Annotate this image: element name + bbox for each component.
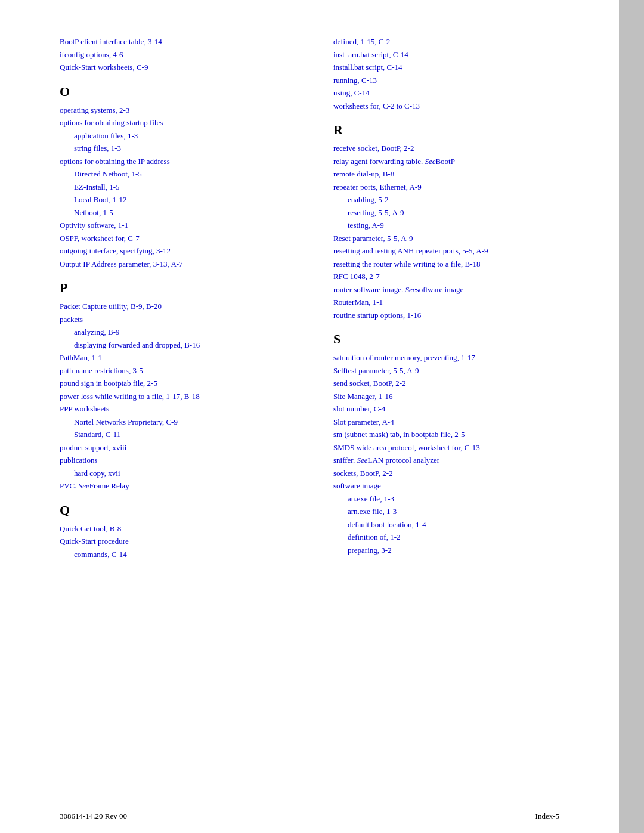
index-entry: Site Manager, 1-16: [333, 391, 571, 402]
index-entry: SMDS wide area protocol, worksheet for, …: [333, 442, 571, 454]
index-entry: Packet Capture utility, B-9, B-20: [60, 301, 298, 312]
footer-left: 308614-14.20 Rev 00: [60, 812, 127, 821]
index-entry: sm (subnet mask) tab, in bootptab file, …: [333, 429, 571, 441]
section-letter-Q: Q: [60, 503, 298, 518]
index-entry: Local Boot, 1-12: [60, 194, 298, 206]
index-entry: using, C-14: [333, 87, 571, 99]
index-entry: hard copy, xvii: [60, 467, 298, 479]
index-entry: Slot parameter, A-4: [333, 416, 571, 428]
index-entry: Optivity software, 1-1: [60, 219, 298, 231]
left-column: BootP client interface table, 3-14ifconf…: [60, 36, 321, 770]
index-entry: OSPF, worksheet for, C-7: [60, 233, 298, 244]
index-entry: displaying forwarded and dropped, B-16: [60, 339, 298, 351]
index-entry: pound sign in bootptab file, 2-5: [60, 377, 298, 389]
index-entry: worksheets for, C-2 to C-13: [333, 100, 571, 112]
index-entry: ifconfig options, 4-6: [60, 49, 298, 61]
right-top-entries: defined, 1-15, C-2inst_arn.bat script, C…: [333, 36, 571, 112]
index-entry: application files, 1-3: [60, 130, 298, 142]
index-entry: string files, 1-3: [60, 143, 298, 154]
section-letter-S: S: [333, 332, 571, 347]
section-letter-R: R: [333, 122, 571, 138]
index-entry: resetting, 5-5, A-9: [333, 207, 571, 219]
index-entry: RFC 1048, 2-7: [333, 271, 571, 283]
index-entry: BootP client interface table, 3-14: [60, 36, 298, 48]
left-sections: Ooperating systems, 2-3options for obtai…: [60, 84, 298, 561]
index-entry: Output IP Address parameter, 3-13, A-7: [60, 258, 298, 270]
index-entry: path-name restrictions, 3-5: [60, 365, 298, 377]
index-entry: RouterMan, 1-1: [333, 296, 571, 308]
index-entry: defined, 1-15, C-2: [333, 36, 571, 48]
index-entry: preparing, 3-2: [333, 544, 571, 556]
index-entry: Quick Get tool, B-8: [60, 523, 298, 535]
index-entry: options for obtaining the IP address: [60, 156, 298, 168]
index-entry: arn.exe file, 1-3: [333, 506, 571, 518]
index-entry: saturation of router memory, preventing,…: [333, 352, 571, 364]
index-entry: Reset parameter, 5-5, A-9: [333, 233, 571, 244]
index-entry: default boot location, 1-4: [333, 519, 571, 531]
index-entry: sockets, BootP, 2-2: [333, 467, 571, 479]
index-entry: EZ-Install, 1-5: [60, 181, 298, 193]
index-entry: routine startup options, 1-16: [333, 309, 571, 321]
index-entry: PVC. SeeFrame Relay: [60, 480, 298, 492]
index-entry: inst_arn.bat script, C-14: [333, 49, 571, 61]
index-entry: packets: [60, 314, 298, 326]
index-entry: slot number, C-4: [333, 403, 571, 415]
index-entry: an.exe file, 1-3: [333, 493, 571, 505]
right-column: defined, 1-15, C-2inst_arn.bat script, C…: [321, 36, 571, 770]
index-entry: enabling, 5-2: [333, 194, 571, 206]
index-entry: receive socket, BootP, 2-2: [333, 143, 571, 154]
index-entry: analyzing, B-9: [60, 326, 298, 338]
index-entry: install.bat script, C-14: [333, 61, 571, 73]
index-entry: remote dial-up, B-8: [333, 168, 571, 180]
index-entry: relay agent forwarding table. SeeBootP: [333, 156, 571, 168]
index-entry: software image: [333, 480, 571, 492]
index-entry: Selftest parameter, 5-5, A-9: [333, 365, 571, 377]
index-entry: repeater ports, Ethernet, A-9: [333, 181, 571, 193]
index-entry: resetting the router while writing to a …: [333, 258, 571, 270]
index-entry: send socket, BootP, 2-2: [333, 377, 571, 389]
index-entry: publications: [60, 454, 298, 466]
index-entry: router software image. Seesoftware image: [333, 284, 571, 296]
index-entry: resetting and testing ANH repeater ports…: [333, 245, 571, 257]
index-entry: PPP worksheets: [60, 403, 298, 415]
left-top-entries: BootP client interface table, 3-14ifconf…: [60, 36, 298, 73]
index-entry: commands, C-14: [60, 549, 298, 561]
index-entry: PathMan, 1-1: [60, 352, 298, 364]
index-entry: power loss while writing to a file, 1-17…: [60, 391, 298, 402]
index-entry: running, C-13: [333, 75, 571, 86]
index-entry: options for obtaining startup files: [60, 117, 298, 129]
index-entry: definition of, 1-2: [333, 531, 571, 543]
index-entry: testing, A-9: [333, 219, 571, 231]
index-entry: Standard, C-11: [60, 429, 298, 441]
footer: 308614-14.20 Rev 00 Index-5: [0, 806, 619, 833]
section-letter-O: O: [60, 84, 298, 100]
footer-right: Index-5: [535, 812, 559, 821]
index-entry: operating systems, 2-3: [60, 104, 298, 116]
index-entry: outgoing interface, specifying, 3-12: [60, 245, 298, 257]
index-entry: product support, xviii: [60, 442, 298, 454]
index-entry: Directed Netboot, 1-5: [60, 168, 298, 180]
right-sections: Rreceive socket, BootP, 2-2relay agent f…: [333, 122, 571, 556]
index-entry: Nortel Networks Proprietary, C-9: [60, 416, 298, 428]
index-entry: Netboot, 1-5: [60, 207, 298, 219]
index-entry: Quick-Start procedure: [60, 535, 298, 547]
section-letter-P: P: [60, 280, 298, 296]
index-entry: Quick-Start worksheets, C-9: [60, 61, 298, 73]
index-entry: sniffer. SeeLAN protocol analyzer: [333, 454, 571, 466]
